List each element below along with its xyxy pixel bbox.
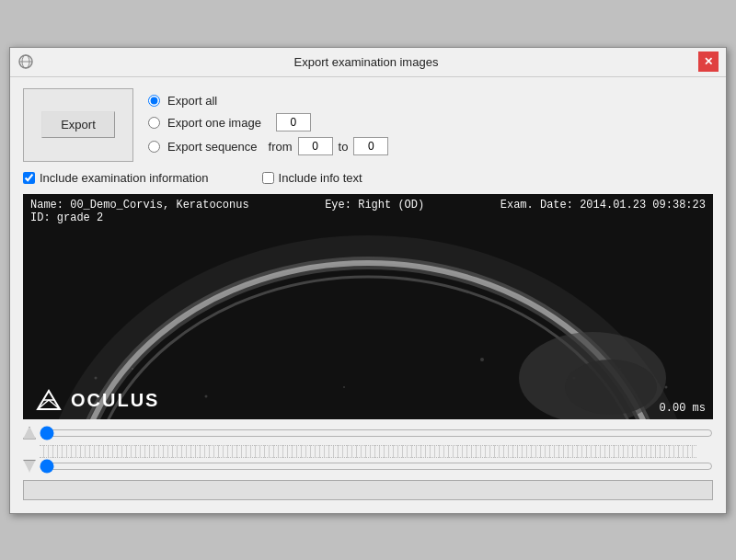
window-body: Export Export all Export one image Ex <box>10 77 726 513</box>
patient-name: Name: 00_Demo_Corvis, Keratoconus <box>30 199 249 211</box>
radio-export-sequence[interactable] <box>148 141 160 153</box>
dotted-track-area <box>23 443 713 460</box>
eye-label: Eye: Right (OD) <box>325 199 424 211</box>
svg-point-12 <box>480 358 484 361</box>
include-info-text-item: Include info text <box>262 171 362 185</box>
radio-seq-label: Export sequence <box>167 140 258 154</box>
radio-export-all[interactable] <box>148 95 160 107</box>
app-icon <box>17 53 34 70</box>
titlebar-left <box>17 53 34 70</box>
from-label: from <box>269 140 293 154</box>
image-timestamp: 0.00 ms <box>660 402 706 415</box>
sequence-controls: from to <box>269 137 389 155</box>
bottom-slider-thumb-icon <box>23 460 36 473</box>
include-exam-info-item: Include examination information <box>23 171 209 185</box>
top-slider-thumb-icon <box>23 427 36 440</box>
radio-one-row: Export one image <box>148 113 713 131</box>
image-overlay-bottom: OCULUS 0.00 ms <box>23 383 713 419</box>
top-row: Export Export all Export one image Ex <box>23 88 713 162</box>
sequence-to-input[interactable] <box>353 137 388 155</box>
oculus-logo-icon <box>30 387 67 415</box>
to-label: to <box>339 140 349 154</box>
export-button[interactable]: Export <box>41 111 115 138</box>
image-area: Name: 00_Demo_Corvis, Keratoconus ID: gr… <box>23 194 713 419</box>
svg-point-8 <box>95 376 98 379</box>
slider-section <box>23 427 713 473</box>
window-title: Export examination images <box>294 55 439 69</box>
close-button[interactable]: ✕ <box>698 51 719 72</box>
image-overlay-top: Name: 00_Demo_Corvis, Keratoconus ID: gr… <box>23 194 713 229</box>
export-button-container: Export <box>23 88 133 162</box>
radio-export-one[interactable] <box>148 117 160 129</box>
radio-group: Export all Export one image Export seque… <box>148 88 713 162</box>
include-exam-info-checkbox[interactable] <box>23 172 35 184</box>
checkboxes-row: Include examination information Include … <box>23 171 713 185</box>
radio-seq-row: Export sequence from to <box>148 137 713 155</box>
bottom-slider[interactable] <box>40 460 713 473</box>
logo-text: OCULUS <box>71 390 159 411</box>
include-info-text-label: Include info text <box>279 171 362 185</box>
sequence-from-input[interactable] <box>298 137 333 155</box>
titlebar: Export examination images ✕ <box>10 48 726 77</box>
radio-all-label: Export all <box>167 94 217 108</box>
radio-all-row: Export all <box>148 94 713 108</box>
progress-bar <box>23 480 713 500</box>
radio-one-label: Export one image <box>167 116 261 130</box>
include-info-text-checkbox[interactable] <box>262 172 274 184</box>
exam-date: Exam. Date: 2014.01.23 09:38:23 <box>500 199 706 211</box>
top-slider-row <box>23 427 713 440</box>
bottom-slider-row <box>23 460 713 473</box>
progress-bar-row <box>23 480 713 500</box>
svg-point-9 <box>132 368 133 370</box>
dotted-track <box>40 445 696 458</box>
oculus-logo: OCULUS <box>30 387 159 415</box>
include-exam-info-label: Include examination information <box>40 171 209 185</box>
main-window: Export examination images ✕ Export Expor… <box>9 47 727 514</box>
top-slider[interactable] <box>40 427 713 440</box>
export-one-value[interactable] <box>276 113 311 131</box>
patient-id: ID: grade 2 <box>30 211 249 224</box>
